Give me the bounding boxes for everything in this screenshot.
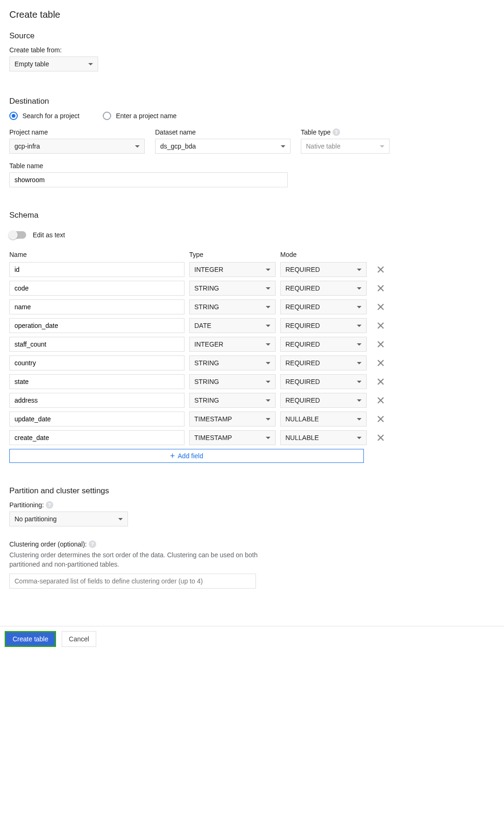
edit-as-text-toggle[interactable] xyxy=(9,231,26,239)
clustering-input[interactable] xyxy=(9,574,256,589)
field-name-input[interactable] xyxy=(9,393,185,408)
field-name-value[interactable] xyxy=(14,303,179,311)
close-icon xyxy=(376,396,385,405)
remove-field-button[interactable] xyxy=(375,339,386,350)
field-type-select[interactable]: STRING xyxy=(189,393,276,408)
enter-project-radio[interactable]: Enter a project name xyxy=(103,112,177,120)
search-project-label: Search for a project xyxy=(22,112,79,120)
help-icon[interactable]: ? xyxy=(46,501,53,509)
remove-field-button[interactable] xyxy=(375,432,386,443)
create-from-label: Create table from: xyxy=(9,46,495,54)
field-name-input[interactable] xyxy=(9,430,185,445)
schema-row: STRINGREQUIRED xyxy=(9,393,495,408)
field-type-value: STRING xyxy=(194,359,219,367)
field-mode-select[interactable]: REQUIRED xyxy=(280,262,367,277)
field-name-input[interactable] xyxy=(9,299,185,314)
field-type-select[interactable]: TIMESTAMP xyxy=(189,412,276,426)
field-type-select[interactable]: STRING xyxy=(189,374,276,389)
field-mode-select[interactable]: REQUIRED xyxy=(280,337,367,352)
project-name-select[interactable]: gcp-infra xyxy=(9,139,145,154)
remove-field-button[interactable] xyxy=(375,264,386,275)
help-icon[interactable]: ? xyxy=(89,540,96,548)
field-name-value[interactable] xyxy=(14,434,179,441)
close-icon xyxy=(376,321,385,330)
table-name-label: Table name xyxy=(9,162,495,170)
chevron-down-icon xyxy=(266,306,270,308)
field-mode-value: NULLABLE xyxy=(285,415,319,423)
project-name-value: gcp-infra xyxy=(14,142,40,150)
field-type-select[interactable]: STRING xyxy=(189,299,276,314)
field-name-value[interactable] xyxy=(14,378,179,385)
chevron-down-icon xyxy=(266,399,270,402)
remove-field-button[interactable] xyxy=(375,320,386,331)
close-icon xyxy=(376,303,385,311)
field-mode-select[interactable]: NULLABLE xyxy=(280,412,367,426)
cancel-button[interactable]: Cancel xyxy=(62,631,96,647)
table-name-value[interactable] xyxy=(14,176,283,184)
dataset-name-select[interactable]: ds_gcp_bda xyxy=(155,139,291,154)
remove-field-button[interactable] xyxy=(375,413,386,425)
schema-row: STRINGREQUIRED xyxy=(9,355,495,370)
field-mode-select[interactable]: REQUIRED xyxy=(280,393,367,408)
field-mode-select[interactable]: REQUIRED xyxy=(280,281,367,296)
field-name-value[interactable] xyxy=(14,341,179,348)
field-type-select[interactable]: STRING xyxy=(189,355,276,370)
field-name-input[interactable] xyxy=(9,337,185,352)
remove-field-button[interactable] xyxy=(375,376,386,387)
close-icon xyxy=(376,359,385,367)
field-name-value[interactable] xyxy=(14,397,179,404)
table-name-input[interactable] xyxy=(9,172,288,187)
schema-row: STRINGREQUIRED xyxy=(9,374,495,389)
chevron-down-icon xyxy=(281,145,285,148)
remove-field-button[interactable] xyxy=(375,395,386,406)
close-icon xyxy=(376,415,385,423)
table-type-select[interactable]: Native table xyxy=(301,139,390,154)
dataset-name-value: ds_gcp_bda xyxy=(160,142,196,150)
help-icon[interactable]: ? xyxy=(333,128,340,136)
field-type-value: INTEGER xyxy=(194,266,223,273)
field-type-value: STRING xyxy=(194,284,219,292)
clustering-input-field[interactable] xyxy=(14,577,251,585)
field-type-value: STRING xyxy=(194,303,219,311)
field-mode-select[interactable]: REQUIRED xyxy=(280,299,367,314)
chevron-down-icon xyxy=(266,269,270,271)
field-type-select[interactable]: TIMESTAMP xyxy=(189,430,276,445)
field-mode-select[interactable]: REQUIRED xyxy=(280,374,367,389)
chevron-down-icon xyxy=(266,381,270,383)
field-type-select[interactable]: INTEGER xyxy=(189,262,276,277)
field-mode-select[interactable]: REQUIRED xyxy=(280,318,367,333)
field-name-input[interactable] xyxy=(9,262,185,277)
chevron-down-icon xyxy=(357,287,362,290)
field-name-value[interactable] xyxy=(14,284,179,292)
field-name-input[interactable] xyxy=(9,281,185,296)
field-mode-select[interactable]: NULLABLE xyxy=(280,430,367,445)
field-name-value[interactable] xyxy=(14,266,179,273)
field-name-value[interactable] xyxy=(14,322,179,329)
schema-col-name: Name xyxy=(9,251,185,258)
field-name-input[interactable] xyxy=(9,318,185,333)
field-mode-select[interactable]: REQUIRED xyxy=(280,355,367,370)
create-from-select[interactable]: Empty table xyxy=(9,57,98,71)
create-table-button[interactable]: Create table xyxy=(5,631,56,647)
field-name-value[interactable] xyxy=(14,415,179,423)
field-type-value: INTEGER xyxy=(194,341,223,348)
field-type-select[interactable]: STRING xyxy=(189,281,276,296)
add-field-button[interactable]: + Add field xyxy=(9,449,364,463)
field-name-value[interactable] xyxy=(14,359,179,367)
field-mode-value: REQUIRED xyxy=(285,397,320,404)
field-name-input[interactable] xyxy=(9,355,185,370)
field-type-select[interactable]: DATE xyxy=(189,318,276,333)
remove-field-button[interactable] xyxy=(375,357,386,369)
chevron-down-icon xyxy=(357,399,362,402)
search-project-radio[interactable]: Search for a project xyxy=(9,112,79,120)
partitioning-select[interactable]: No partitioning xyxy=(9,511,128,526)
field-mode-value: REQUIRED xyxy=(285,303,320,311)
field-type-select[interactable]: INTEGER xyxy=(189,337,276,352)
partition-heading: Partition and cluster settings xyxy=(9,486,495,496)
remove-field-button[interactable] xyxy=(375,301,386,312)
remove-field-button[interactable] xyxy=(375,283,386,294)
schema-row: STRINGREQUIRED xyxy=(9,281,495,296)
field-name-input[interactable] xyxy=(9,412,185,426)
field-name-input[interactable] xyxy=(9,374,185,389)
chevron-down-icon xyxy=(357,418,362,420)
